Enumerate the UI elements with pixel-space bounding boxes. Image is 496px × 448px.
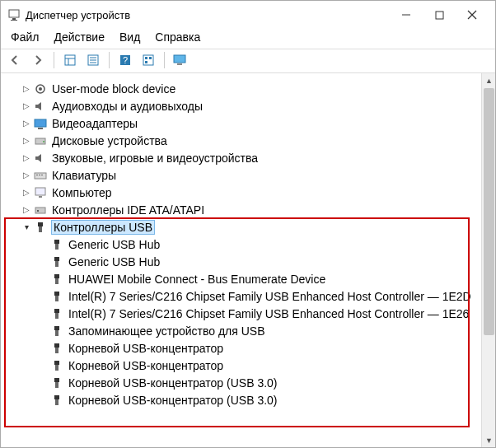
svg-rect-0	[9, 10, 19, 17]
chevron-right-icon[interactable]: ▷	[21, 152, 32, 164]
tree-device[interactable]: Корневой USB-концентратор (USB 3.0)	[6, 391, 490, 408]
forward-button[interactable]	[29, 51, 47, 69]
tree-category[interactable]: ▷ Звуковые, игровые и видеоустройства	[6, 149, 490, 166]
device-label: Generic USB Hub	[68, 238, 160, 251]
device-label: Корневой USB-концентратор	[68, 342, 223, 355]
svg-rect-34	[35, 208, 45, 213]
chevron-right-icon[interactable]: ▷	[21, 135, 32, 147]
back-button[interactable]	[6, 51, 24, 69]
svg-rect-54	[54, 378, 59, 382]
svg-rect-29	[36, 175, 38, 175]
menu-file[interactable]: Файл	[11, 30, 39, 44]
tree-category[interactable]: ▷ Дисковые устройства	[6, 132, 490, 149]
svg-rect-33	[39, 196, 42, 198]
tree-device[interactable]: Intel(R) 7 Series/C216 Chipset Family US…	[6, 287, 490, 305]
svg-rect-42	[54, 274, 59, 278]
usb-icon	[50, 394, 63, 407]
svg-point-27	[43, 141, 44, 142]
chevron-right-icon[interactable]: ▷	[21, 83, 32, 95]
tree-device[interactable]: Generic USB Hub	[6, 253, 490, 270]
help-button[interactable]: ?	[116, 51, 134, 69]
scroll-up-arrow[interactable]: ▲	[482, 73, 495, 87]
tree-category[interactable]: ▷ User-mode block device	[6, 80, 490, 97]
menu-view[interactable]: Вид	[119, 30, 140, 44]
device-label: Intel(R) 7 Series/C216 Chipset Family US…	[68, 290, 471, 303]
usb-icon	[50, 342, 63, 355]
tree-category[interactable]: ▷ Контроллеры IDE ATA/ATAPI	[6, 201, 490, 218]
chevron-down-icon[interactable]: ▾	[21, 222, 32, 233]
tree-device[interactable]: Корневой USB-концентратор	[6, 339, 490, 357]
chevron-right-icon[interactable]: ▷	[21, 204, 32, 216]
view-button-2[interactable]	[84, 51, 102, 69]
speaker-icon	[34, 152, 47, 165]
category-label: Компьютер	[52, 186, 111, 199]
close-button[interactable]	[456, 3, 489, 26]
tree-device[interactable]: Generic USB Hub	[6, 236, 490, 253]
svg-rect-43	[55, 278, 58, 284]
vertical-scrollbar[interactable]: ▲ ▼	[481, 73, 495, 447]
usb-icon	[50, 273, 63, 286]
menu-help[interactable]: Справка	[155, 30, 200, 44]
chevron-right-icon[interactable]: ▷	[21, 118, 32, 129]
svg-rect-44	[54, 292, 59, 296]
device-tree: ▷ User-mode block device ▷ Аудиовходы и …	[1, 73, 495, 447]
svg-rect-52	[54, 361, 59, 365]
maximize-button[interactable]	[423, 3, 456, 26]
chevron-right-icon[interactable]: ▷	[21, 170, 32, 181]
svg-rect-18	[149, 57, 152, 59]
tree-category[interactable]: ▷ Клавиатуры	[6, 166, 490, 184]
usb-icon	[50, 290, 63, 303]
toolbar: ?	[1, 49, 495, 73]
toolbar-separator	[109, 52, 110, 68]
device-label: Intel(R) 7 Series/C216 Chipset Family US…	[68, 307, 469, 320]
minimize-button[interactable]	[390, 3, 423, 26]
display-icon	[34, 117, 47, 130]
svg-rect-40	[54, 257, 59, 261]
scroll-thumb[interactable]	[484, 88, 494, 335]
usb-icon	[50, 255, 63, 268]
controller-icon	[34, 203, 47, 217]
titlebar: Диспетчер устройств	[1, 1, 495, 27]
category-label: Звуковые, игровые и видеоустройства	[52, 152, 258, 165]
svg-rect-28	[35, 173, 46, 179]
usb-icon	[50, 307, 63, 320]
view-button-1[interactable]	[61, 51, 79, 69]
svg-rect-51	[55, 348, 58, 353]
tree-category[interactable]: ▷ Видеоадаптеры	[6, 114, 490, 132]
tree-category[interactable]: ▷ Аудиовходы и аудиовыходы	[6, 97, 490, 114]
scroll-down-arrow[interactable]: ▼	[482, 433, 495, 447]
keyboard-icon	[34, 169, 47, 182]
computer-icon	[34, 186, 47, 199]
svg-rect-41	[55, 261, 58, 267]
svg-point-23	[39, 87, 42, 91]
svg-rect-50	[54, 343, 59, 348]
menu-action[interactable]: Действие	[54, 30, 105, 44]
category-label: Клавиатуры	[52, 169, 116, 182]
tree-device[interactable]: Корневой USB-концентратор	[6, 357, 490, 374]
chevron-right-icon[interactable]: ▷	[21, 187, 32, 198]
tree-category[interactable]: ▷ Компьютер	[6, 184, 490, 201]
device-icon	[34, 82, 47, 96]
svg-rect-55	[55, 382, 58, 388]
chevron-right-icon[interactable]: ▷	[21, 100, 32, 112]
tree-category-usb[interactable]: ▾ Контроллеры USB	[6, 218, 490, 236]
svg-rect-2	[11, 20, 17, 21]
tree-device[interactable]: Корневой USB-концентратор (USB 3.0)	[6, 374, 490, 391]
svg-rect-4	[436, 12, 443, 19]
tree-device[interactable]: HUAWEI Mobile Connect - Bus Enumerate De…	[6, 270, 490, 287]
category-label: Контроллеры IDE ATA/ATAPI	[52, 203, 204, 217]
tree-device[interactable]: Intel(R) 7 Series/C216 Chipset Family US…	[6, 305, 490, 322]
svg-rect-48	[54, 326, 59, 330]
disk-icon	[34, 134, 47, 147]
scan-button[interactable]	[139, 51, 157, 69]
tree-device[interactable]: Запоминающее устройство для USB	[6, 322, 490, 339]
svg-rect-19	[145, 61, 147, 63]
speaker-icon	[34, 100, 47, 113]
svg-rect-32	[35, 188, 45, 195]
toolbar-separator	[164, 52, 165, 68]
svg-rect-39	[55, 244, 58, 250]
usb-icon	[50, 324, 63, 338]
monitor-button[interactable]	[171, 51, 190, 69]
svg-text:?: ?	[123, 55, 128, 65]
svg-rect-37	[39, 226, 42, 232]
